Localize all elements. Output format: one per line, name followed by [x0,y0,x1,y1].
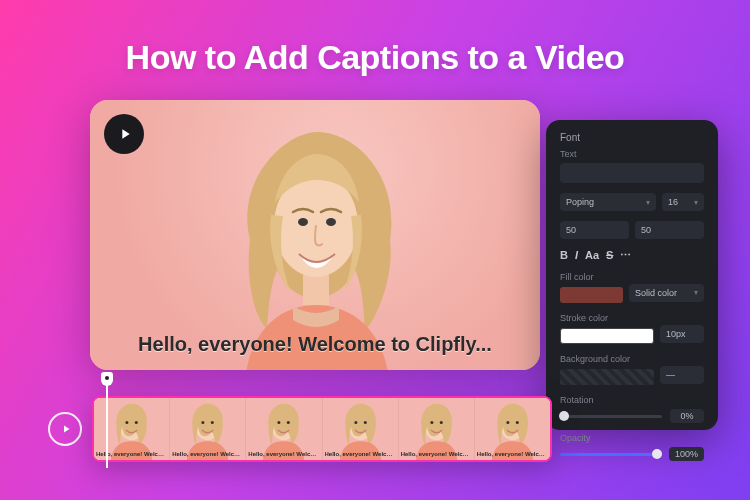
play-icon [60,423,72,435]
background-color-swatch[interactable] [560,369,654,385]
svg-point-11 [211,421,214,424]
font-family-value: Poping [566,197,594,207]
svg-point-14 [278,421,281,424]
playhead[interactable] [106,378,108,468]
svg-point-15 [287,421,290,424]
timeline-thumbnail[interactable]: Hello, everyone! Welcome to Clipfly... [475,398,550,460]
svg-point-3 [326,218,336,226]
thumbnail-caption: Hello, everyone! Welcome to Clipfly... [172,451,243,457]
opacity-slider[interactable] [560,453,661,456]
fill-color-label: Fill color [560,272,704,282]
svg-point-26 [506,421,509,424]
rotation-value: 0% [670,409,704,423]
background-mode-select[interactable]: — [660,366,704,384]
rotation-label: Rotation [560,395,704,405]
video-caption: Hello, everyone! Welcome to Clipfly... [90,333,540,356]
timeline-thumbnail[interactable]: Hello, everyone! Welcome to Clipfly... [246,398,322,460]
timeline-thumbnail[interactable]: Hello, everyone! Welcome to Clipfly... [399,398,475,460]
slider-thumb[interactable] [559,411,569,421]
svg-point-19 [363,421,366,424]
italic-button[interactable]: I [575,249,578,262]
svg-point-10 [202,421,205,424]
chevron-down-icon: ▾ [646,198,650,207]
thumbnail-caption: Hello, everyone! Welcome to Clipfly... [248,451,319,457]
timeline-play-button[interactable] [48,412,82,446]
play-badge[interactable] [104,114,144,154]
thumbnail-caption: Hello, everyone! Welcome to Clipfly... [401,451,472,457]
thumbnail-caption: Hello, everyone! Welcome to Clipfly... [325,451,396,457]
background-color-label: Background color [560,354,704,364]
stroke-color-swatch[interactable] [560,328,654,344]
font-section-label: Font [560,132,704,143]
strike-button[interactable]: S [606,249,613,262]
play-icon [117,126,133,142]
timeline-thumbnail[interactable]: Hello, everyone! Welcome to Clipfly... [170,398,246,460]
svg-point-2 [298,218,308,226]
font-size-select[interactable]: 16 ▾ [662,193,704,211]
page-title: How to Add Captions to a Video [0,38,750,77]
svg-rect-0 [303,275,329,305]
case-button[interactable]: Aa [585,249,599,262]
video-preview[interactable]: Hello, everyone! Welcome to Clipfly... [90,100,540,370]
opacity-value: 100% [669,447,704,461]
chevron-down-icon: ▾ [694,288,698,297]
timeline-track[interactable]: Hello, everyone! Welcome to Clipfly... H… [92,396,552,462]
font-size-value: 16 [668,197,678,207]
svg-point-23 [439,421,442,424]
caption-text-input[interactable] [560,163,704,183]
font-family-select[interactable]: Poping ▾ [560,193,656,211]
svg-point-18 [354,421,357,424]
stroke-color-label: Stroke color [560,313,704,323]
svg-point-27 [516,421,519,424]
opacity-label: Opacity [560,433,704,443]
more-tools-button[interactable]: ⋯ [620,249,631,262]
svg-point-22 [430,421,433,424]
caption-properties-panel: Font Text Poping ▾ 16 ▾ 50 50 B I Aa S ⋯ [546,120,718,430]
bold-button[interactable]: B [560,249,568,262]
fill-color-swatch[interactable] [560,287,623,303]
rotation-slider[interactable] [560,415,662,418]
value-a-input[interactable]: 50 [560,221,629,239]
thumbnail-caption: Hello, everyone! Welcome to Clipfly... [477,451,548,457]
stroke-width-select[interactable]: 10px [660,325,704,343]
fill-mode-select[interactable]: Solid color ▾ [629,284,704,302]
slider-thumb[interactable] [652,449,662,459]
chevron-down-icon: ▾ [694,198,698,207]
timeline-thumbnail[interactable]: Hello, everyone! Welcome to Clipfly... [323,398,399,460]
svg-point-6 [125,421,128,424]
text-field-label: Text [560,149,704,159]
value-b-input[interactable]: 50 [635,221,704,239]
svg-point-7 [135,421,138,424]
